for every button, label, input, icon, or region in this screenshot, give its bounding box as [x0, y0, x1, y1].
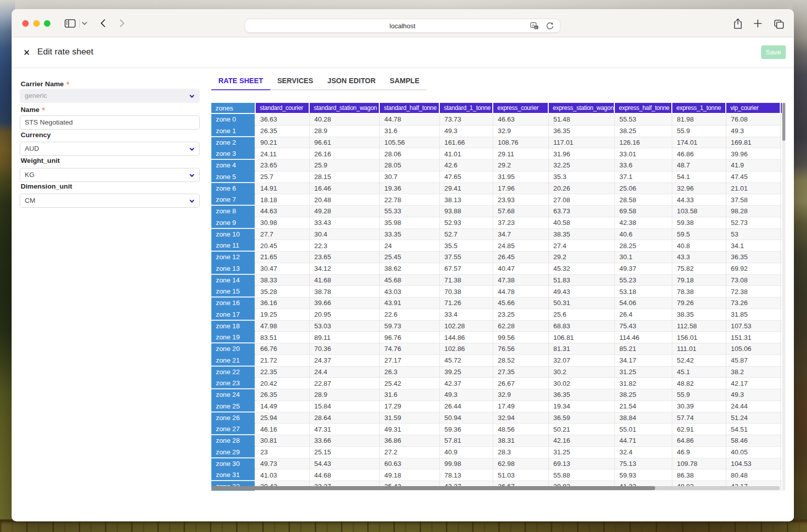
svg-text:A: A	[532, 23, 534, 28]
svg-text:x: x	[535, 26, 537, 29]
